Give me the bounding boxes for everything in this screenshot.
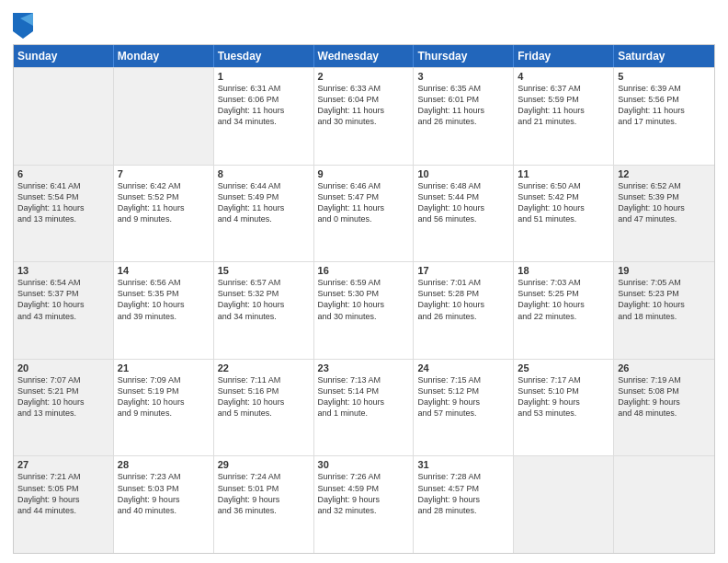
day-number: 19 [618, 265, 711, 276]
calendar: SundayMondayTuesdayWednesdayThursdayFrid… [13, 44, 715, 554]
calendar-cell: 1Sunrise: 6:31 AM Sunset: 6:06 PM Daylig… [214, 68, 314, 165]
calendar-cell [14, 68, 114, 165]
calendar-cell [514, 456, 614, 553]
calendar-cell [114, 68, 214, 165]
day-number: 8 [218, 168, 310, 179]
day-detail: Sunrise: 6:52 AM Sunset: 5:39 PM Dayligh… [618, 180, 711, 225]
calendar-cell: 26Sunrise: 7:19 AM Sunset: 5:08 PM Dayli… [614, 360, 714, 456]
calendar-body: 1Sunrise: 6:31 AM Sunset: 6:06 PM Daylig… [14, 67, 714, 553]
day-detail: Sunrise: 7:03 AM Sunset: 5:25 PM Dayligh… [518, 277, 609, 322]
day-number: 15 [218, 265, 310, 276]
day-detail: Sunrise: 7:15 AM Sunset: 5:12 PM Dayligh… [417, 374, 509, 419]
day-detail: Sunrise: 7:26 AM Sunset: 4:59 PM Dayligh… [318, 471, 410, 516]
calendar-cell: 17Sunrise: 7:01 AM Sunset: 5:28 PM Dayli… [414, 262, 514, 359]
day-detail: Sunrise: 7:19 AM Sunset: 5:08 PM Dayligh… [618, 374, 711, 419]
calendar-header-cell: Tuesday [214, 45, 314, 67]
day-number: 30 [318, 459, 410, 470]
day-detail: Sunrise: 6:59 AM Sunset: 5:30 PM Dayligh… [318, 277, 410, 322]
calendar-cell: 28Sunrise: 7:23 AM Sunset: 5:03 PM Dayli… [114, 456, 214, 553]
day-detail: Sunrise: 7:09 AM Sunset: 5:19 PM Dayligh… [118, 374, 210, 419]
day-detail: Sunrise: 7:13 AM Sunset: 5:14 PM Dayligh… [318, 374, 410, 419]
day-number: 2 [318, 71, 410, 82]
day-number: 25 [518, 362, 609, 373]
calendar-row: 1Sunrise: 6:31 AM Sunset: 6:06 PM Daylig… [14, 67, 714, 165]
day-detail: Sunrise: 6:54 AM Sunset: 5:37 PM Dayligh… [17, 277, 109, 322]
day-number: 31 [417, 459, 509, 470]
day-number: 13 [17, 265, 109, 276]
day-detail: Sunrise: 6:33 AM Sunset: 6:04 PM Dayligh… [318, 83, 410, 128]
day-detail: Sunrise: 6:42 AM Sunset: 5:52 PM Dayligh… [118, 180, 210, 225]
calendar-cell: 14Sunrise: 6:56 AM Sunset: 5:35 PM Dayli… [114, 262, 214, 359]
day-number: 23 [318, 362, 410, 373]
day-detail: Sunrise: 7:05 AM Sunset: 5:23 PM Dayligh… [618, 277, 711, 322]
day-detail: Sunrise: 6:39 AM Sunset: 5:56 PM Dayligh… [618, 83, 711, 128]
calendar-header-cell: Friday [514, 45, 614, 67]
day-number: 20 [17, 362, 109, 373]
day-detail: Sunrise: 7:28 AM Sunset: 4:57 PM Dayligh… [417, 471, 509, 516]
day-number: 17 [417, 265, 509, 276]
calendar-row: 6Sunrise: 6:41 AM Sunset: 5:54 PM Daylig… [14, 165, 714, 262]
calendar-cell: 20Sunrise: 7:07 AM Sunset: 5:21 PM Dayli… [14, 360, 114, 456]
day-detail: Sunrise: 6:44 AM Sunset: 5:49 PM Dayligh… [218, 180, 310, 225]
calendar-header-cell: Monday [114, 45, 214, 67]
calendar-cell: 10Sunrise: 6:48 AM Sunset: 5:44 PM Dayli… [414, 166, 514, 262]
day-number: 4 [518, 71, 609, 82]
calendar-cell: 16Sunrise: 6:59 AM Sunset: 5:30 PM Dayli… [314, 262, 415, 359]
calendar-cell: 9Sunrise: 6:46 AM Sunset: 5:47 PM Daylig… [314, 166, 415, 262]
day-detail: Sunrise: 6:50 AM Sunset: 5:42 PM Dayligh… [518, 180, 609, 225]
day-number: 28 [118, 459, 210, 470]
calendar-row: 13Sunrise: 6:54 AM Sunset: 5:37 PM Dayli… [14, 261, 714, 359]
day-number: 3 [417, 71, 509, 82]
day-detail: Sunrise: 7:21 AM Sunset: 5:05 PM Dayligh… [17, 471, 109, 516]
day-detail: Sunrise: 6:56 AM Sunset: 5:35 PM Dayligh… [118, 277, 210, 322]
calendar-cell: 5Sunrise: 6:39 AM Sunset: 5:56 PM Daylig… [614, 68, 714, 165]
day-number: 1 [218, 71, 310, 82]
day-detail: Sunrise: 6:46 AM Sunset: 5:47 PM Dayligh… [318, 180, 410, 225]
calendar-cell: 21Sunrise: 7:09 AM Sunset: 5:19 PM Dayli… [114, 360, 214, 456]
calendar-cell: 19Sunrise: 7:05 AM Sunset: 5:23 PM Dayli… [614, 262, 714, 359]
day-detail: Sunrise: 6:41 AM Sunset: 5:54 PM Dayligh… [17, 180, 109, 225]
calendar-header-row: SundayMondayTuesdayWednesdayThursdayFrid… [14, 45, 714, 67]
calendar-cell: 13Sunrise: 6:54 AM Sunset: 5:37 PM Dayli… [14, 262, 114, 359]
day-number: 18 [518, 265, 609, 276]
day-number: 12 [618, 168, 711, 179]
day-number: 5 [618, 71, 711, 82]
day-number: 21 [118, 362, 210, 373]
header [13, 9, 715, 39]
day-number: 22 [218, 362, 310, 373]
day-number: 24 [417, 362, 509, 373]
day-number: 9 [318, 168, 410, 179]
day-detail: Sunrise: 7:17 AM Sunset: 5:10 PM Dayligh… [518, 374, 609, 419]
calendar-cell: 12Sunrise: 6:52 AM Sunset: 5:39 PM Dayli… [614, 166, 714, 262]
calendar-cell [614, 456, 714, 553]
calendar-cell: 7Sunrise: 6:42 AM Sunset: 5:52 PM Daylig… [114, 166, 214, 262]
day-detail: Sunrise: 7:01 AM Sunset: 5:28 PM Dayligh… [417, 277, 509, 322]
calendar-cell: 24Sunrise: 7:15 AM Sunset: 5:12 PM Dayli… [414, 360, 514, 456]
day-detail: Sunrise: 7:07 AM Sunset: 5:21 PM Dayligh… [17, 374, 109, 419]
calendar-cell: 3Sunrise: 6:35 AM Sunset: 6:01 PM Daylig… [414, 68, 514, 165]
day-number: 10 [417, 168, 509, 179]
calendar-cell: 11Sunrise: 6:50 AM Sunset: 5:42 PM Dayli… [514, 166, 614, 262]
calendar-cell: 31Sunrise: 7:28 AM Sunset: 4:57 PM Dayli… [414, 456, 514, 553]
day-number: 7 [118, 168, 210, 179]
calendar-cell: 15Sunrise: 6:57 AM Sunset: 5:32 PM Dayli… [214, 262, 314, 359]
day-detail: Sunrise: 6:57 AM Sunset: 5:32 PM Dayligh… [218, 277, 310, 322]
day-detail: Sunrise: 7:11 AM Sunset: 5:16 PM Dayligh… [218, 374, 310, 419]
calendar-cell: 18Sunrise: 7:03 AM Sunset: 5:25 PM Dayli… [514, 262, 614, 359]
calendar-header-cell: Saturday [614, 45, 714, 67]
calendar-row: 20Sunrise: 7:07 AM Sunset: 5:21 PM Dayli… [14, 359, 714, 456]
calendar-cell: 6Sunrise: 6:41 AM Sunset: 5:54 PM Daylig… [14, 166, 114, 262]
calendar-cell: 4Sunrise: 6:37 AM Sunset: 5:59 PM Daylig… [514, 68, 614, 165]
calendar-cell: 2Sunrise: 6:33 AM Sunset: 6:04 PM Daylig… [314, 68, 415, 165]
day-detail: Sunrise: 6:48 AM Sunset: 5:44 PM Dayligh… [417, 180, 509, 225]
day-detail: Sunrise: 6:31 AM Sunset: 6:06 PM Dayligh… [218, 83, 310, 128]
day-number: 6 [17, 168, 109, 179]
page: SundayMondayTuesdayWednesdayThursdayFrid… [0, 0, 728, 563]
logo-icon [13, 13, 33, 39]
logo [13, 13, 37, 39]
calendar-row: 27Sunrise: 7:21 AM Sunset: 5:05 PM Dayli… [14, 455, 714, 553]
calendar-cell: 25Sunrise: 7:17 AM Sunset: 5:10 PM Dayli… [514, 360, 614, 456]
calendar-header-cell: Wednesday [314, 45, 415, 67]
calendar-cell: 23Sunrise: 7:13 AM Sunset: 5:14 PM Dayli… [314, 360, 415, 456]
day-detail: Sunrise: 6:35 AM Sunset: 6:01 PM Dayligh… [417, 83, 509, 128]
